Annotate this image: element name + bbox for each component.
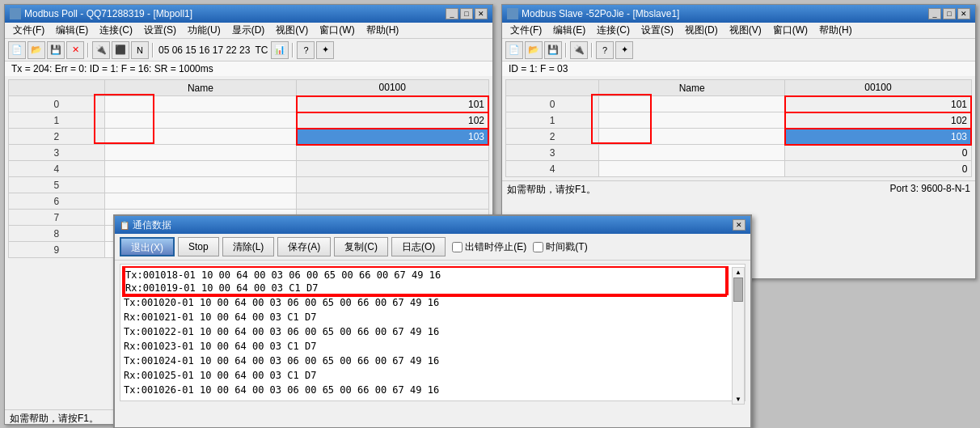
menu-edit[interactable]: 编辑(E) [51,23,93,38]
exit-button[interactable]: 退出(X) [120,237,175,256]
comm-line: Rx:001021-01 10 00 64 00 03 C1 D7 [124,310,729,324]
new-btn[interactable]: 📄 [8,41,26,59]
scroll-down-arrow[interactable]: ▼ [733,395,744,404]
row-value: 0 [785,161,971,177]
comm-scrollbar[interactable]: ▲ ▼ [732,267,745,405]
row-number: 0 [506,96,599,112]
menu-window[interactable]: 窗口(W) [315,23,359,38]
disconnect-btn[interactable]: ⬛ [112,41,129,59]
row-value [297,193,488,210]
slave-menu-help[interactable]: 帮助(H) [814,23,857,38]
info-btn[interactable]: ✦ [316,41,334,59]
row-number: 2 [506,129,599,145]
comm-content[interactable]: Tx:001018-01 10 00 64 00 03 06 00 65 00 … [120,264,746,401]
menu-help[interactable]: 帮助(H) [361,23,404,38]
row-number: 1 [506,112,599,129]
print-btn[interactable]: ✕ [66,41,84,59]
menu-view[interactable]: 视图(V) [271,23,313,38]
toolbar-codes: 05 06 15 16 17 22 23 [157,44,251,56]
slave-new-btn[interactable]: 📄 [505,41,523,59]
save-btn[interactable]: 💾 [47,41,65,59]
main-menu-bar: 文件(F) 编辑(E) 连接(C) 设置(S) 功能(U) 显示(D) 视图(V… [5,23,492,39]
menu-file[interactable]: 文件(F) [8,23,49,38]
row-number: 8 [9,226,105,242]
row-name [599,129,785,145]
row-number: 6 [9,193,105,210]
main-col-name: Name [104,80,296,96]
slave-menu-bar: 文件(F) 编辑(E) 连接(C) 设置(S) 视图(D) 视图(V) 窗口(W… [502,23,975,39]
slave-menu-view[interactable]: 视图(V) [724,23,767,38]
slave-data-table: Name 00100 0101110221033040 [505,79,972,177]
slave-menu-window[interactable]: 窗口(W) [768,23,813,38]
save-button[interactable]: 保存(A) [277,237,331,256]
slave-info-btn[interactable]: ✦ [615,41,633,59]
stop-on-error-checkbox[interactable] [452,242,463,252]
comm-line: Rx:001019-01 10 00 64 00 03 C1 D7 [124,281,729,295]
menu-connect[interactable]: 连接(C) [95,23,137,38]
row-number: 0 [9,96,105,112]
copy-button[interactable]: 复制(C) [334,237,388,256]
timestamp-text: 时间戳(T) [546,240,587,254]
close-button[interactable]: ✕ [475,8,488,19]
comm-dialog-icon: 📋 [120,221,129,230]
comm-line: Rx:001023-01 10 00 64 00 03 C1 D7 [124,339,729,354]
row-name [104,161,296,177]
row-number: 4 [9,161,105,177]
table-row: 1102 [506,112,972,129]
comm-line: Rx:001027-01 10 00 64 00 03 C1 D7 [124,397,729,401]
row-number: 9 [9,242,105,258]
minimize-button[interactable]: _ [446,8,458,19]
help-icon-btn[interactable]: ? [297,41,315,59]
comm-content-wrapper: Tx:001018-01 10 00 64 00 03 06 00 65 00 … [115,264,750,401]
slave-connect-btn[interactable]: 🔌 [570,41,588,59]
tc-btn[interactable]: 📊 [271,41,289,59]
table-row: 2103 [9,129,489,145]
slave-menu-edit[interactable]: 编辑(E) [548,23,590,38]
slave-menu-settings[interactable]: 设置(S) [636,23,678,38]
open-btn[interactable]: 📂 [27,41,45,59]
main-title-bar: Modbus Poll - QQ71288319 - [Mbpoll1] _ □… [5,5,492,23]
stop-on-error-label[interactable]: 出错时停止(E) [452,240,526,254]
comm-line: Tx:001024-01 10 00 64 00 03 06 00 65 00 … [124,354,729,368]
scroll-thumb[interactable] [733,278,743,302]
slave-open-btn[interactable]: 📂 [525,41,543,59]
timestamp-checkbox[interactable] [533,242,543,252]
slave-menu-display[interactable]: 视图(D) [680,23,723,38]
timestamp-label[interactable]: 时间戳(T) [533,240,587,254]
slave-minimize-button[interactable]: _ [928,8,941,19]
row-name [104,129,296,145]
comm-line: Tx:001020-01 10 00 64 00 03 06 00 65 00 … [124,295,729,310]
slave-help-btn[interactable]: ? [596,41,614,59]
slave-close-button[interactable]: ✕ [957,8,970,19]
row-value: 103 [297,129,488,145]
row-value: 101 [785,96,971,112]
slave-save-btn[interactable]: 💾 [544,41,562,59]
slave-toolbar-sep2 [591,43,593,57]
table-row: 6 [9,193,489,210]
comm-line: Rx:001025-01 10 00 64 00 03 C1 D7 [124,368,729,383]
row-number: 7 [9,210,105,226]
menu-function[interactable]: 功能(U) [183,23,226,38]
menu-settings[interactable]: 设置(S) [139,23,181,38]
slave-menu-connect[interactable]: 连接(C) [592,23,635,38]
main-toolbar: 📄 📂 💾 ✕ 🔌 ⬛ N 05 06 15 16 17 22 23 TC 📊 … [5,39,492,61]
restore-button[interactable]: □ [460,8,473,19]
menu-display[interactable]: 显示(D) [227,23,270,38]
slave-toolbar: 📄 📂 💾 🔌 ? ✦ [502,39,975,61]
slave-restore-button[interactable]: □ [943,8,956,19]
comm-close-button[interactable]: ✕ [733,219,746,231]
scroll-up-arrow[interactable]: ▲ [733,268,744,277]
clear-button[interactable]: 清除(L) [222,237,275,256]
table-row: 0101 [9,96,489,112]
slave-status-bar: 如需帮助，请按F1。 Port 3: 9600-8-N-1 [502,180,975,195]
row-number: 5 [9,177,105,193]
row-name [599,96,785,112]
log-button[interactable]: 日志(O) [391,237,446,256]
stop-button[interactable]: Stop [178,237,219,256]
tool-n[interactable]: N [131,41,149,59]
main-window-title: Modbus Poll - QQ71288319 - [Mbpoll1] [24,8,192,19]
comm-dialog: 📋 通信数据 ✕ 退出(X) Stop 清除(L) 保存(A) 复制(C) 日志… [113,214,752,428]
slave-menu-file[interactable]: 文件(F) [505,23,547,38]
slave-col-index [506,80,599,96]
connect-btn[interactable]: 🔌 [92,41,110,59]
